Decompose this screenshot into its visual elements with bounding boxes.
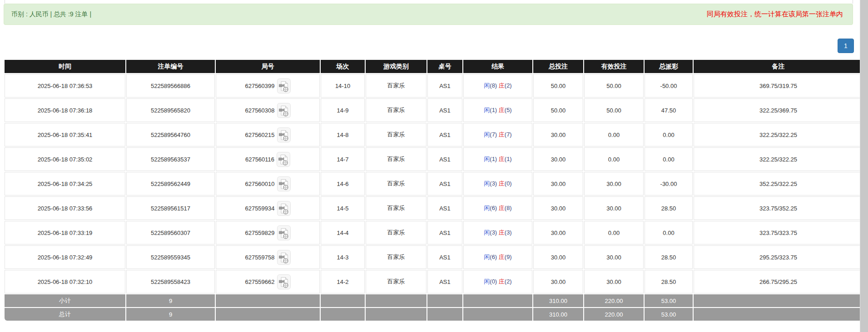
- col-header-result: 结果: [463, 60, 532, 73]
- result-cell: 闲(1) 庄(1): [463, 147, 532, 171]
- time-cell: 2025-06-18 07:36:53: [5, 74, 125, 98]
- subtotal-row-table-no-cell: [427, 294, 462, 307]
- time-cell: 2025-06-18 07:32:49: [5, 245, 125, 269]
- table-no-cell: AS1: [427, 123, 462, 146]
- result-cell: 闲(0) 庄(2): [463, 270, 532, 293]
- total-bet-cell[interactable]: 50.00: [533, 98, 583, 122]
- subtotal-row: 小计9310.00220.0053.00: [5, 294, 863, 307]
- result-score: (8): [505, 205, 512, 211]
- result-cell: 闲(3) 庄(0): [463, 172, 532, 195]
- bet-id-cell: 522589559345: [126, 245, 215, 269]
- round-cell: 627560399: [216, 74, 320, 98]
- result-score: (3): [505, 229, 512, 236]
- summary-text: 币别 : 人民币 | 总共 :9 注单 |: [11, 10, 91, 19]
- round-cell: 627559662: [216, 270, 320, 293]
- payout-cell: 28.50: [645, 196, 693, 220]
- vertical-scrollbar[interactable]: [860, 0, 868, 332]
- table-no-cell: AS1: [427, 74, 462, 98]
- payout-cell: 0.00: [645, 123, 693, 146]
- video-replay-icon[interactable]: [277, 201, 291, 216]
- video-replay-icon[interactable]: [277, 127, 291, 142]
- game-type-cell: 百家乐: [366, 221, 427, 244]
- round-number: 627559934: [245, 205, 274, 212]
- session-cell: 14-6: [321, 172, 365, 195]
- col-header-session: 场次: [321, 60, 365, 73]
- col-header-total-bet: 总投注: [533, 60, 583, 73]
- total-bet-cell[interactable]: 30.00: [533, 221, 583, 244]
- video-replay-icon[interactable]: [277, 78, 291, 93]
- payout-cell: 28.50: [645, 245, 693, 269]
- video-replay-icon[interactable]: [277, 176, 291, 191]
- result-score: (0): [490, 278, 499, 285]
- table-row: 2025-06-18 07:32:49522589559345627559758…: [5, 245, 863, 269]
- table-row: 2025-06-18 07:35:41522589564760627560215…: [5, 123, 863, 146]
- payout-cell: -30.00: [645, 172, 693, 195]
- remark-cell: 295.25/323.75: [694, 245, 863, 269]
- total-bet-cell[interactable]: 30.00: [533, 172, 583, 195]
- video-replay-icon[interactable]: [277, 152, 290, 167]
- pagination-page-1[interactable]: 1: [838, 39, 854, 53]
- game-type-cell: 百家乐: [366, 196, 427, 220]
- total-bet-cell[interactable]: 30.00: [533, 147, 583, 171]
- remark-cell: 352.25/322.25: [694, 172, 863, 195]
- bet-id-cell: 522589561517: [126, 196, 215, 220]
- table-row: 2025-06-18 07:32:10522589558423627559662…: [5, 270, 863, 293]
- total-bet-cell[interactable]: 50.00: [533, 74, 583, 98]
- result-player: 闲: [484, 131, 490, 138]
- session-cell: 14-4: [321, 221, 365, 244]
- video-replay-icon[interactable]: [277, 225, 291, 240]
- total-bet-cell[interactable]: 30.00: [533, 123, 583, 146]
- subtotal-row-bet-id-cell: 9: [126, 294, 215, 307]
- col-header-remark: 备注: [694, 60, 863, 73]
- round-number: 627560116: [245, 156, 274, 163]
- subtotal-row-time-cell: 小计: [5, 294, 125, 307]
- total-row-result-cell: [463, 308, 532, 321]
- table-row: 2025-06-18 07:33:56522589561517627559934…: [5, 196, 863, 220]
- remark-cell: 323.75/323.75: [694, 221, 863, 244]
- total-row-time-cell: 总计: [5, 308, 125, 321]
- game-type-cell: 百家乐: [366, 270, 427, 293]
- table-no-cell: AS1: [427, 270, 462, 293]
- total-row-total-bet-cell: 310.00: [533, 308, 583, 321]
- result-score: (2): [505, 278, 512, 285]
- result-cell: 闲(8) 庄(2): [463, 74, 532, 98]
- result-banker: 庄: [499, 156, 505, 162]
- valid-bet-cell: 30.00: [584, 196, 644, 220]
- session-cell: 14-5: [321, 196, 365, 220]
- total-row-valid-bet-cell: 220.00: [584, 308, 644, 321]
- result-score: (7): [505, 131, 512, 138]
- valid-bet-cell: 30.00: [584, 270, 644, 293]
- video-replay-icon[interactable]: [277, 103, 291, 118]
- round-cell: 627559829: [216, 221, 320, 244]
- subtotal-row-round-cell: [216, 294, 320, 307]
- total-row-bet-id-cell: 9: [126, 308, 215, 321]
- total-bet-cell[interactable]: 30.00: [533, 245, 583, 269]
- round-number: 627559829: [245, 229, 274, 236]
- result-banker: 庄: [499, 229, 505, 236]
- round-cell: 627560215: [216, 123, 320, 146]
- payout-cell: 47.50: [645, 98, 693, 122]
- total-bet-cell[interactable]: 30.00: [533, 270, 583, 293]
- time-cell: 2025-06-18 07:33:19: [5, 221, 125, 244]
- remark-cell: 369.75/319.75: [694, 74, 863, 98]
- result-score: (6): [490, 205, 499, 211]
- remark-cell: 266.75/295.25: [694, 270, 863, 293]
- result-player: 闲: [484, 229, 490, 236]
- result-player: 闲: [484, 156, 490, 162]
- remark-cell: 322.25/322.25: [694, 123, 863, 146]
- video-replay-icon[interactable]: [277, 250, 291, 265]
- result-score: (7): [490, 131, 499, 138]
- remark-cell: 322.25/322.25: [694, 147, 863, 171]
- time-cell: 2025-06-18 07:33:56: [5, 196, 125, 220]
- total-row-table-no-cell: [427, 308, 462, 321]
- session-cell: 14-2: [321, 270, 365, 293]
- session-cell: 14-9: [321, 98, 365, 122]
- total-bet-cell[interactable]: 30.00: [533, 196, 583, 220]
- result-banker: 庄: [499, 107, 505, 113]
- video-replay-icon[interactable]: [277, 274, 291, 289]
- result-score: (5): [505, 107, 512, 113]
- remark-cell: 322.25/369.75: [694, 98, 863, 122]
- total-row: 总计9310.00220.0053.00: [5, 308, 863, 321]
- subtotal-row-valid-bet-cell: 220.00: [584, 294, 644, 307]
- table-no-cell: AS1: [427, 221, 462, 244]
